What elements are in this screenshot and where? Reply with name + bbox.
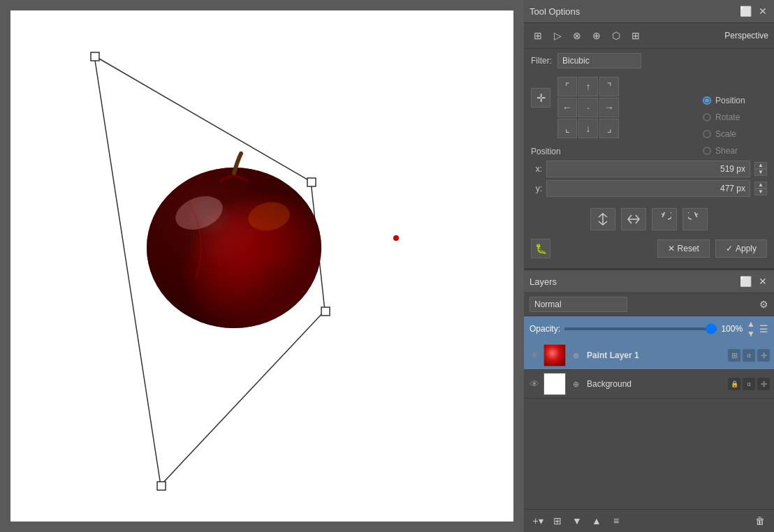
opacity-label: Opacity: (530, 324, 560, 334)
grid-middle-left[interactable]: ← (557, 98, 577, 117)
scale-radio[interactable]: Scale (703, 128, 768, 140)
crop-tool-icon[interactable]: ⊞ (627, 27, 644, 44)
flip-tool-icon[interactable]: ⊕ (588, 27, 605, 44)
y-input[interactable] (546, 180, 750, 197)
reset-cross-icon: ✕ (668, 244, 675, 253)
layers-menu-button[interactable]: ☰ (759, 323, 768, 334)
opacity-decrement-button[interactable]: ▼ (747, 329, 755, 339)
background-layer-type-icon: ⊕ (570, 378, 581, 390)
duplicate-layer-button[interactable]: ⊞ (549, 512, 566, 529)
filter-dropdown[interactable]: Linear Bicubic Sinc (Lanczos3) None (557, 53, 641, 68)
apply-reset-row: 🐛 ✕ Reset ✓ Apply (524, 235, 774, 263)
grid-top-right[interactable]: ⌝ (599, 77, 619, 96)
grid-bottom-right[interactable]: ⌟ (599, 119, 619, 138)
perspective-label: Perspective (724, 31, 768, 40)
tool-options-close-button[interactable]: ✕ (757, 4, 768, 18)
background-layer-right-icons: 🔒 α ✛ (728, 378, 770, 390)
layers-title: Layers (530, 276, 557, 287)
apply-button[interactable]: ✓ Apply (715, 239, 767, 258)
grid-bottom-left[interactable]: ⌞ (557, 119, 577, 138)
grid-middle-right[interactable]: → (599, 98, 619, 117)
rotate-cw-button[interactable] (682, 208, 708, 230)
shear-radio[interactable]: Shear (703, 145, 768, 157)
paint-layer-right-icons: ⊞ α ✛ (728, 349, 770, 362)
y-decrement-button[interactable]: ▼ (754, 189, 767, 195)
layers-filter-button[interactable]: ⚙ (759, 299, 768, 310)
paint-layer-extra-button[interactable]: ✛ (757, 349, 770, 362)
flip-vertical-button[interactable] (621, 208, 646, 230)
canvas-inner[interactable] (10, 10, 513, 522)
layers-header: Layers ⬜ ✕ (524, 270, 774, 293)
transform-options-column: Position Rotate Scale Shear (697, 87, 774, 164)
rotate-cw-icon (688, 212, 702, 226)
background-layer-name: Background (587, 379, 725, 389)
move-tool-icon[interactable]: ⊞ (530, 27, 546, 44)
blend-dropdown-wrapper: Normal Dissolve Multiply Screen Overlay (530, 297, 627, 312)
center-point-button[interactable]: ✛ (531, 88, 550, 108)
shear-radio-label: Shear (715, 146, 738, 156)
delete-layer-button[interactable]: 🗑 (752, 512, 768, 529)
rotate-ccw-button[interactable] (652, 208, 677, 230)
grid-bottom-center[interactable]: ↓ (578, 119, 598, 138)
add-layer-button[interactable]: +▾ (530, 512, 546, 529)
layers-maximize-button[interactable]: ⬜ (738, 274, 753, 288)
rotate-radio-dot (703, 113, 711, 121)
paint-layer-thumb-image (544, 345, 565, 366)
y-coord-row: y: ▲ ▼ (531, 180, 767, 197)
add-layer-icon: + (532, 515, 538, 526)
filter-dropdown-wrapper: Linear Bicubic Sinc (Lanczos3) None (557, 53, 641, 68)
background-layer-lock-button[interactable]: 🔒 (728, 378, 740, 390)
paint-layer-eye-button[interactable]: 👁 (528, 349, 541, 362)
x-label: x: (531, 164, 542, 174)
reset-label: Reset (678, 244, 699, 253)
scale-radio-label: Scale (715, 129, 736, 139)
rotate-tool-icon[interactable]: ⊗ (569, 27, 585, 44)
tool-icons-row: ⊞ ▷ ⊗ ⊕ ⬡ ⊞ Perspective (524, 23, 774, 49)
flip-vertical-icon (627, 212, 641, 226)
tool-options-panel: Tool Options ⬜ ✕ ⊞ ▷ ⊗ ⊕ ⬡ ⊞ Perspective… (524, 0, 774, 269)
reset-button[interactable]: ✕ Reset (657, 239, 710, 258)
svg-point-6 (147, 168, 321, 328)
paint-layer-type-icon: ⊕ (570, 350, 581, 361)
layer-row-paint[interactable]: 👁 ⊕ Paint Layer 1 ⊞ α ✛ (524, 341, 774, 370)
tool-options-header: Tool Options ⬜ ✕ (524, 0, 774, 23)
grid-middle-center[interactable]: · (578, 98, 598, 117)
opacity-slider[interactable] (564, 327, 717, 330)
svg-rect-4 (157, 482, 166, 490)
layers-close-button[interactable]: ✕ (757, 274, 768, 288)
apply-label: Apply (736, 244, 757, 253)
position-radio[interactable]: Position (703, 94, 768, 107)
move-layer-up-button[interactable]: ▲ (588, 512, 605, 529)
grid-top-left[interactable]: ⌜ (557, 77, 577, 96)
opacity-stepper: ▲ ▼ (747, 319, 755, 339)
layers-header-icons: ⬜ ✕ (738, 274, 768, 288)
paint-layer-link-button[interactable]: ⊞ (728, 349, 740, 362)
debug-button[interactable]: 🐛 (531, 239, 550, 258)
blend-mode-row: Normal Dissolve Multiply Screen Overlay … (524, 293, 774, 316)
move-layer-down-button[interactable]: ▼ (569, 512, 585, 529)
flip-horizontal-button[interactable] (590, 208, 615, 230)
opacity-increment-button[interactable]: ▲ (747, 319, 755, 329)
tool-options-title: Tool Options (530, 6, 580, 17)
background-layer-thumb-image (544, 374, 565, 394)
rotate-radio[interactable]: Rotate (703, 111, 768, 124)
blend-mode-dropdown[interactable]: Normal Dissolve Multiply Screen Overlay (530, 297, 627, 312)
background-layer-extra-button[interactable]: ✛ (757, 378, 770, 390)
position-radio-dot (703, 96, 711, 105)
opacity-row: Opacity: 100% ▲ ▼ ☰ (524, 316, 774, 341)
background-layer-eye-button[interactable]: 👁 (528, 378, 541, 390)
tool-options-header-icons: ⬜ ✕ (738, 4, 768, 18)
y-label: y: (531, 184, 542, 193)
paint-tool-icon[interactable]: ⬡ (608, 27, 625, 44)
background-layer-alpha-button[interactable]: α (743, 378, 755, 390)
layer-row-background[interactable]: 👁 ⊕ Background 🔒 α ✛ (524, 370, 774, 399)
tool-options-maximize-button[interactable]: ⬜ (738, 4, 753, 18)
action-buttons: ✕ Reset ✓ Apply (657, 239, 767, 258)
y-increment-button[interactable]: ▲ (754, 182, 767, 189)
align-tool-icon[interactable]: ▷ (549, 27, 566, 44)
paint-layer-alpha-button[interactable]: α (743, 349, 755, 362)
x-decrement-button[interactable]: ▼ (754, 169, 767, 176)
transform-grid: ⌜ ↑ ⌝ ← · → ⌞ ↓ ⌟ (557, 77, 619, 138)
layers-options-button[interactable]: ≡ (608, 512, 625, 529)
grid-top-center[interactable]: ↑ (578, 77, 598, 96)
